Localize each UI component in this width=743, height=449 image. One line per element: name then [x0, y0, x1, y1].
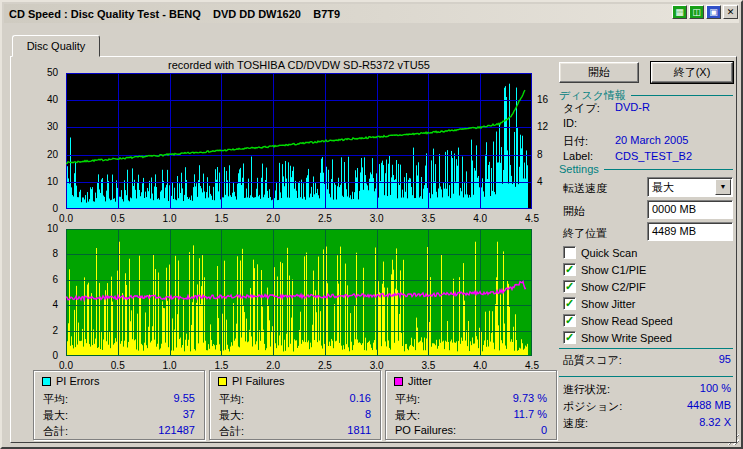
- position-row: ポジション: 4488 MB: [563, 399, 731, 414]
- stat-value: 11.7 %: [514, 408, 547, 423]
- axis-tick-label: 4: [537, 176, 543, 187]
- disc-date-label: 日付:: [563, 134, 588, 149]
- chart-icon[interactable]: ▦: [672, 5, 687, 19]
- checkbox-box[interactable]: ✓: [563, 331, 576, 344]
- start-button[interactable]: 開始: [559, 62, 639, 83]
- close-icon: ✕: [727, 7, 735, 17]
- exit-button[interactable]: 終了(X): [651, 62, 733, 83]
- window-title: CD Speed : Disc Quality Test - BENQ DVD …: [9, 8, 340, 20]
- stat-value: 37: [183, 408, 195, 423]
- pi-failures-stats-box: PI Failures 平均:0.16 最大:8 合計:1811: [209, 370, 381, 440]
- stat-label: 最大:: [43, 408, 68, 423]
- progress-status-label: 進行状況:: [563, 382, 610, 397]
- screenshot-icon[interactable]: ▣: [706, 5, 721, 19]
- end-position-field[interactable]: 4489 MB: [647, 222, 733, 241]
- axis-tick-label: 50: [30, 67, 58, 78]
- quality-score-label: 品質スコア:: [563, 353, 622, 368]
- close-button[interactable]: ✕: [723, 5, 738, 19]
- axis-tick-label: 0.0: [59, 360, 73, 371]
- axis-tick-label: 1.0: [163, 360, 177, 371]
- axis-tick-label: 0: [30, 350, 58, 361]
- title-bar[interactable]: CD Speed : Disc Quality Test - BENQ DVD …: [4, 4, 739, 23]
- stat-label: 平均:: [43, 392, 68, 407]
- checkbox-label: Show Read Speed: [581, 315, 673, 327]
- chevron-down-icon[interactable]: ▼: [715, 179, 731, 195]
- checkbox-label: Show Jitter: [581, 298, 635, 310]
- stat-value: 121487: [158, 424, 195, 439]
- checkbox-show-read-speed[interactable]: ✓ Show Read Speed: [563, 314, 673, 327]
- axis-tick-label: 4: [30, 299, 58, 310]
- jitter-legend: Jitter: [394, 375, 432, 387]
- speed-value: 8.32 X: [699, 416, 731, 431]
- start-position-field[interactable]: 0000 MB: [647, 200, 733, 219]
- checkbox-show-c2-pif[interactable]: ✓ Show C2/PIF: [563, 280, 646, 293]
- checkbox-show-c1-pie[interactable]: ✓ Show C1/PIE: [563, 263, 646, 276]
- speed-label: 速度:: [563, 416, 588, 431]
- axis-tick-label: 1.5: [214, 213, 228, 224]
- axis-tick-label: 3.0: [370, 360, 384, 371]
- checkbox-box[interactable]: ✓: [563, 280, 576, 293]
- speed-row: 速度: 8.32 X: [563, 416, 731, 431]
- axis-tick-label: 2.0: [266, 360, 280, 371]
- caption-buttons: ▦ ◫ ▣ ✕: [670, 5, 738, 19]
- axis-tick-label: 4.5: [525, 213, 539, 224]
- axis-tick-label: 3.0: [370, 213, 384, 224]
- stat-label: 合計:: [43, 424, 68, 439]
- stat-label: 最大:: [395, 408, 420, 423]
- checkbox-box[interactable]: ✓: [563, 297, 576, 310]
- stat-label: PO Failures:: [395, 424, 456, 436]
- checkbox-box[interactable]: ✓: [563, 314, 576, 327]
- checkbox-label: Show C1/PIE: [581, 264, 646, 276]
- settings-header-label: Settings: [559, 163, 599, 175]
- axis-tick-label: 3.5: [421, 213, 435, 224]
- end-position-value: 4489 MB: [652, 225, 696, 237]
- stats-box-title: PI Errors: [56, 375, 99, 387]
- quality-score-row: 品質スコア: 95: [563, 353, 731, 368]
- axis-tick-label: 3.5: [421, 360, 435, 371]
- save-icon[interactable]: ◫: [689, 5, 704, 19]
- axis-tick-label: 2: [30, 325, 58, 336]
- axis-tick-label: 12: [537, 121, 548, 132]
- axis-tick-label: 4.0: [473, 360, 487, 371]
- pi-failures-chart: [66, 229, 532, 356]
- disc-type-value: DVD-R: [615, 101, 650, 113]
- recorded-with-text: recorded with TOSHIBA CD/DVDW SD-R5372 v…: [66, 59, 532, 71]
- axis-tick-label: 30: [30, 121, 58, 132]
- pi-errors-legend: PI Errors: [42, 375, 99, 387]
- disc-date-value: 20 March 2005: [615, 134, 688, 146]
- end-position-label: 終了位置: [563, 226, 607, 241]
- position-value: 4488 MB: [687, 399, 731, 414]
- stats-box-title: Jitter: [408, 375, 432, 387]
- axis-tick-label: 20: [30, 149, 58, 160]
- checkbox-show-write-speed[interactable]: ✓ Show Write Speed: [563, 331, 672, 344]
- transfer-speed-select[interactable]: 最大 ▼: [647, 177, 733, 197]
- axis-tick-label: 10: [30, 223, 58, 234]
- pi-failures-color-swatch: [218, 377, 227, 386]
- separator: [559, 376, 733, 377]
- stat-label: 合計:: [219, 424, 244, 439]
- jitter-stats-box: Jitter 平均:9.73 % 最大:11.7 % PO Failures:0: [385, 370, 557, 440]
- tab-page: recorded with TOSHIBA CD/DVDW SD-R5372 v…: [10, 56, 737, 443]
- disc-id-label: ID:: [563, 117, 577, 129]
- axis-tick-label: 0: [30, 203, 58, 214]
- start-position-label: 開始: [563, 204, 585, 219]
- axis-tick-label: 2.5: [318, 213, 332, 224]
- stat-label: 最大:: [219, 408, 244, 423]
- stat-label: 平均:: [219, 392, 244, 407]
- checkbox-quick-scan[interactable]: Quick Scan: [563, 246, 637, 259]
- checkbox-show-jitter[interactable]: ✓ Show Jitter: [563, 297, 635, 310]
- axis-tick-label: 10: [30, 176, 58, 187]
- app-window: CD Speed : Disc Quality Test - BENQ DVD …: [0, 0, 743, 449]
- pi-errors-color-swatch: [42, 377, 51, 386]
- start-position-value: 0000 MB: [652, 203, 696, 215]
- tab-disc-quality[interactable]: Disc Quality: [12, 35, 100, 57]
- axis-tick-label: 40: [30, 94, 58, 105]
- pi-failures-legend: PI Failures: [218, 375, 285, 387]
- stat-value: 0: [541, 424, 547, 436]
- checkbox-box[interactable]: ✓: [563, 263, 576, 276]
- checkbox-box[interactable]: [563, 246, 576, 259]
- tab-label: Disc Quality: [27, 40, 86, 52]
- axis-tick-label: 2.0: [266, 213, 280, 224]
- axis-tick-label: 0.0: [59, 213, 73, 224]
- axis-tick-label: 0.5: [111, 360, 125, 371]
